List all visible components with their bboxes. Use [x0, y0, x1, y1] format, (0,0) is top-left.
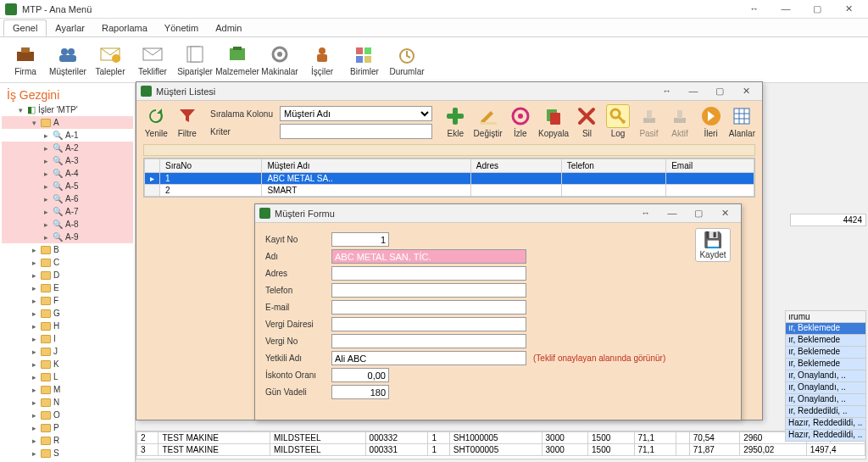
table-row[interactable]: 2SMART — [145, 185, 754, 197]
minimize-button[interactable]: — — [682, 86, 705, 96]
tax-no-input[interactable] — [331, 334, 526, 348]
status-cell[interactable]: ır, Onaylandı, .. — [785, 382, 866, 394]
status-cell[interactable]: ır, Onaylandı, .. — [785, 394, 866, 406]
status-cell[interactable]: Hazır, Reddedildi, .. — [785, 430, 866, 442]
maximize-button[interactable]: ▢ — [708, 86, 732, 97]
tree-folder-o[interactable]: ▸O — [2, 409, 133, 421]
tree-root[interactable]: ▾◧İşler 'MTP' — [2, 103, 133, 116]
resize-handle-icon[interactable]: ↔ — [740, 3, 769, 14]
tree-item-a-5[interactable]: ▸🔍A-5 — [2, 180, 133, 192]
menu-tab-yönetim[interactable]: Yönetim — [156, 20, 207, 36]
tree-folder-r[interactable]: ▸R — [2, 434, 133, 447]
tree-item-a-1[interactable]: ▸🔍A-1 — [2, 129, 133, 142]
column-header[interactable]: Email — [666, 159, 754, 173]
filter-button[interactable]: Filtre — [175, 104, 201, 138]
table-row[interactable]: 3TEST MAKINEMILDSTEEL0003311SHT000005300… — [137, 444, 865, 456]
ribbon-talepler-button[interactable]: Talepler — [92, 43, 129, 76]
contact-name-input[interactable] — [331, 351, 526, 365]
copy-button[interactable]: Kopyala — [538, 104, 569, 138]
status-cell[interactable]: ır, Beklemede — [785, 335, 866, 347]
menu-tab-admin[interactable]: Admin — [207, 20, 250, 36]
tree-folder-s[interactable]: ▸S — [2, 447, 133, 459]
ribbon-teklifler-button[interactable]: Teklifler — [134, 43, 171, 76]
term-days-input[interactable] — [331, 385, 389, 399]
status-cell[interactable]: ır, Beklemede — [785, 359, 866, 370]
menu-tab-genel[interactable]: Genel — [3, 19, 47, 36]
ribbon-birimler-button[interactable]: Birimler — [346, 43, 383, 76]
job-tree[interactable]: ▾◧İşler 'MTP'▾A▸🔍A-1▸🔍A-2▸🔍A-3▸🔍A-4▸🔍A-5… — [0, 103, 135, 459]
active-button[interactable]: Aktif — [667, 104, 693, 138]
tree-folder-b[interactable]: ▸B — [2, 243, 133, 256]
save-button[interactable]: 💾 Kaydet — [695, 228, 731, 262]
menu-tab-raporlama[interactable]: Raporlama — [93, 20, 156, 36]
address-input[interactable] — [331, 266, 526, 281]
maximize-button[interactable]: ▢ — [803, 3, 832, 14]
background-data-grid[interactable]: 2TEST MAKINEMILDSTEEL0003321SH1000005300… — [136, 431, 866, 459]
tree-folder-m[interactable]: ▸M — [2, 383, 133, 396]
tree-item-a-8[interactable]: ▸🔍A-8 — [2, 218, 133, 231]
status-cell[interactable]: ır, Onaylandı, .. — [785, 370, 866, 382]
tree-folder-d[interactable]: ▸D — [2, 269, 133, 281]
tax-office-input[interactable] — [331, 317, 526, 331]
resize-handle-icon[interactable]: ↔ — [655, 86, 679, 96]
menu-tab-ayarlar[interactable]: Ayarlar — [47, 20, 93, 36]
ribbon-musteriler-button[interactable]: Müşteriler — [49, 43, 86, 76]
edit-button[interactable]: Değiştir — [474, 104, 503, 138]
tree-folder-a[interactable]: ▾A — [2, 116, 133, 129]
tree-item-a-6[interactable]: ▸🔍A-6 — [2, 192, 133, 205]
record-no-input[interactable] — [331, 232, 389, 247]
tree-folder-g[interactable]: ▸G — [2, 307, 133, 320]
passive-button[interactable]: Pasif — [636, 104, 662, 138]
ribbon-malzemeler-button[interactable]: Malzemeler — [219, 43, 256, 76]
tree-folder-h[interactable]: ▸H — [2, 320, 133, 332]
tree-folder-c[interactable]: ▸C — [2, 256, 133, 269]
status-cell[interactable]: ır, Beklemede — [785, 347, 866, 359]
tree-item-a-4[interactable]: ▸🔍A-4 — [2, 167, 133, 180]
column-header[interactable]: SıraNo — [160, 159, 262, 173]
log-button[interactable]: Log — [605, 104, 632, 138]
status-cell[interactable]: Hazır, Reddedildi, .. — [785, 418, 866, 430]
ribbon-makinalar-button[interactable]: Makinalar — [261, 43, 298, 76]
tree-folder-k[interactable]: ▸K — [2, 358, 133, 370]
discount-input[interactable] — [331, 368, 389, 382]
table-row[interactable]: 2TEST MAKINEMILDSTEEL0003321SH1000005300… — [137, 432, 865, 444]
ribbon-durumlar-button[interactable]: Durumlar — [388, 43, 426, 76]
refresh-button[interactable]: Yenile — [143, 104, 170, 138]
name-input[interactable] — [331, 249, 526, 264]
customer-list-titlebar[interactable]: Müşteri Listesi ↔ — ▢ ✕ — [136, 82, 762, 101]
column-header[interactable]: Adres — [470, 159, 561, 173]
view-button[interactable]: İzle — [508, 104, 534, 138]
sort-column-select[interactable]: Müşteri Adı — [280, 106, 432, 121]
delete-button[interactable]: Sil — [574, 104, 600, 138]
status-cell[interactable]: ır, Reddedildi, .. — [785, 406, 866, 418]
tree-folder-e[interactable]: ▸E — [2, 281, 133, 294]
tree-item-a-2[interactable]: ▸🔍A-2 — [2, 142, 133, 154]
email-input[interactable] — [331, 300, 526, 314]
close-button[interactable]: ✕ — [713, 208, 737, 219]
tree-folder-j[interactable]: ▸J — [2, 345, 133, 358]
tree-item-a-3[interactable]: ▸🔍A-3 — [2, 154, 133, 167]
tree-folder-p[interactable]: ▸P — [2, 421, 133, 434]
tree-folder-n[interactable]: ▸N — [2, 396, 133, 409]
close-button[interactable]: ✕ — [834, 3, 863, 14]
resize-handle-icon[interactable]: ↔ — [634, 208, 658, 218]
maximize-button[interactable]: ▢ — [687, 208, 710, 219]
add-button[interactable]: Ekle — [442, 104, 469, 138]
table-row[interactable]: ▸1ABC METAL SA.. — [145, 173, 754, 185]
phone-input[interactable] — [331, 283, 526, 298]
minimize-button[interactable]: — — [771, 3, 800, 14]
close-button[interactable]: ✕ — [734, 86, 758, 97]
tree-folder-l[interactable]: ▸L — [2, 370, 133, 383]
status-cell[interactable]: ır, Beklemede — [785, 323, 866, 335]
tree-item-a-9[interactable]: ▸🔍A-9 — [2, 231, 133, 243]
customer-form-titlebar[interactable]: Müşteri Formu ↔ — ▢ ✕ — [255, 204, 741, 223]
forward-button[interactable]: İleri — [698, 104, 724, 138]
tree-item-a-7[interactable]: ▸🔍A-7 — [2, 205, 133, 218]
tree-folder-f[interactable]: ▸F — [2, 294, 133, 307]
ribbon-firma-button[interactable]: Firma — [7, 43, 44, 76]
tree-folder-i[interactable]: ▸I — [2, 332, 133, 345]
criteria-input[interactable] — [280, 124, 432, 139]
column-header[interactable]: Telefon — [561, 159, 666, 173]
customer-grid[interactable]: SıraNoMüşteri AdıAdresTelefonEmail▸1ABC … — [143, 158, 755, 198]
column-header[interactable]: Müşteri Adı — [262, 159, 470, 173]
